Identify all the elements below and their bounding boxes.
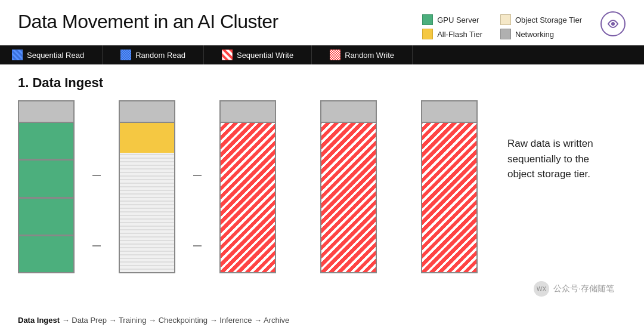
legend: GPU Server All-Flash Tier Object Storage… — [422, 11, 582, 39]
legend-gpu: GPU Server — [422, 14, 482, 25]
legend-gpu-label: GPU Server — [437, 16, 479, 24]
flash-lined-section — [120, 153, 174, 272]
description: Raw data is written sequentially to the … — [496, 100, 615, 182]
svg-rect-4 — [12, 50, 23, 60]
rand-write-icon — [330, 50, 340, 60]
main-content: 1. Data Ingest — [0, 64, 644, 279]
storage-col-4 — [320, 100, 377, 273]
col-top-1 — [19, 101, 73, 123]
legend-flash: All-Flash Tier — [422, 29, 482, 39]
section-title: 1. Data Ingest — [18, 75, 626, 91]
col-obj1 — [219, 100, 276, 273]
toolbar-rand-read: Random Read — [103, 45, 204, 64]
svg-rect-11 — [222, 50, 233, 60]
legend-col-right: Object Storage Tier Networking — [500, 14, 582, 39]
seq-read-label: Sequential Read — [27, 51, 84, 60]
networking-color-box — [500, 29, 511, 39]
col-gpu — [18, 100, 75, 273]
col-obj2 — [320, 100, 377, 273]
toolbar-seq-write: Sequential Write — [204, 45, 312, 64]
flash-orange-section — [120, 123, 174, 153]
watermark-text: 公众号·存储随笔 — [553, 283, 614, 294]
gpu-section-2 — [19, 161, 73, 196]
legend-flash-label: All-Flash Tier — [437, 30, 482, 39]
svg-rect-15 — [330, 50, 340, 60]
storage-col-1 — [18, 100, 75, 273]
footer-sep-5: → — [254, 316, 264, 325]
col-top-2 — [120, 101, 174, 123]
gpu-color-box — [422, 14, 433, 25]
toolbar-seq-read: Sequential Read — [0, 45, 103, 64]
col-body-obj1 — [221, 123, 275, 272]
col-body-obj2 — [321, 123, 376, 272]
footer-step-5: Inference — [219, 316, 252, 325]
company-logo — [600, 11, 626, 37]
storage-col-5 — [421, 100, 478, 273]
flash-color-box — [422, 29, 433, 39]
footer-sep-4: → — [210, 316, 220, 325]
svg-point-1 — [611, 22, 615, 26]
header: Data Movement in an AI Cluster GPU Serve… — [0, 0, 644, 45]
col-top-3 — [221, 101, 275, 123]
page-title: Data Movement in an AI Cluster — [18, 11, 278, 33]
connector-3 — [294, 100, 302, 220]
connector-1 — [92, 100, 101, 273]
object-color-box — [500, 14, 511, 25]
gpu-section-1 — [19, 123, 73, 159]
legend-object-label: Object Storage Tier — [515, 16, 582, 24]
gpu-section-4 — [19, 236, 73, 272]
toolbar: Sequential Read Random Read — [0, 45, 644, 64]
connector-4 — [395, 100, 403, 220]
col-body-obj3 — [422, 123, 476, 272]
storage-col-3 — [219, 100, 276, 273]
watermark: WX 公众号·存储随笔 — [533, 280, 614, 297]
legend-object: Object Storage Tier — [500, 14, 582, 25]
svg-text:WX: WX — [537, 286, 546, 292]
col-body-flash — [120, 123, 174, 272]
footer-sep-3: → — [148, 316, 159, 325]
col-top-4 — [321, 101, 376, 123]
diagram: Raw data is written sequentially to the … — [18, 100, 626, 273]
legend-col-left: GPU Server All-Flash Tier — [422, 14, 482, 39]
footer-step-6: Archive — [264, 316, 289, 325]
seq-write-icon — [222, 50, 233, 60]
footer-step-bold: Data Ingest — [18, 316, 60, 325]
footer-step-3: Training — [119, 316, 146, 325]
svg-rect-8 — [120, 50, 131, 60]
connector-2 — [193, 100, 202, 273]
seq-write-label: Sequential Write — [237, 51, 293, 60]
rand-read-label: Random Read — [135, 51, 185, 60]
footer-step-2: Data Prep — [72, 316, 107, 325]
rand-read-icon — [120, 50, 131, 60]
footer-step-4: Checkpointing — [159, 316, 208, 325]
toolbar-rand-write: Random Write — [312, 45, 413, 64]
col-body-gpu — [19, 123, 73, 272]
col-flash — [119, 100, 175, 273]
wm-icon: WX — [533, 280, 550, 297]
col-obj3 — [421, 100, 478, 273]
legend-networking: Networking — [500, 29, 582, 39]
rand-write-label: Random Write — [345, 51, 394, 60]
footer-sep-1: → — [62, 316, 72, 325]
seq-read-icon — [12, 50, 23, 60]
legend-networking-label: Networking — [515, 30, 554, 39]
col-top-5 — [422, 101, 476, 123]
gpu-section-3 — [19, 199, 73, 235]
footer-sep-2: → — [109, 316, 119, 325]
footer-breadcrumb: Data Ingest → Data Prep → Training → Che… — [18, 316, 289, 325]
storage-col-2 — [119, 100, 175, 273]
